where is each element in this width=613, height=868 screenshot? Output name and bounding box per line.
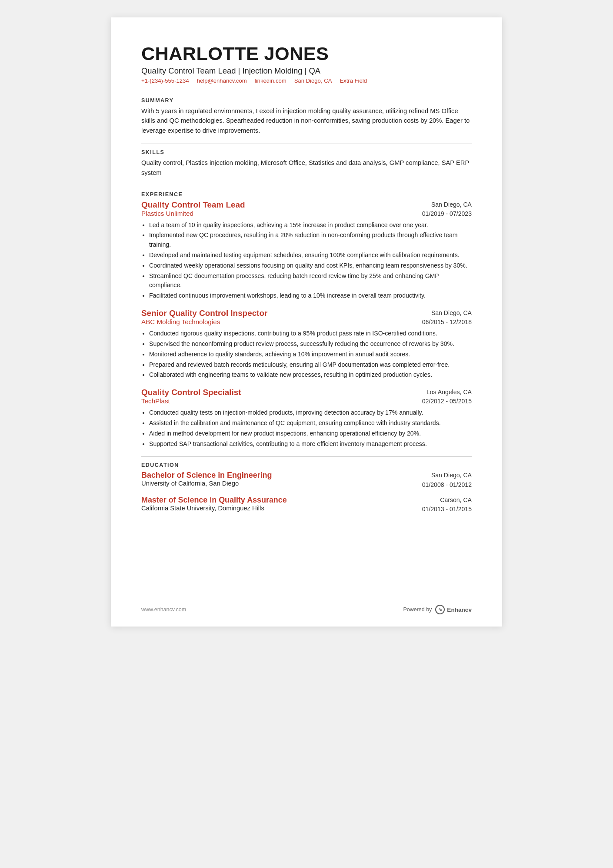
list-item: Conducted rigorous quality inspections, … [149,329,472,338]
job-1: Quality Control Team Lead Plastics Unlim… [141,200,472,301]
degree-2-title: Master of Science in Quality Assurance [141,496,287,505]
education-section: EDUCATION Bachelor of Science in Enginee… [141,462,472,513]
job-3-header: Quality Control Specialist TechPlast Los… [141,388,472,406]
summary-section: SUMMARY With 5 years in regulated enviro… [141,97,472,136]
job-3: Quality Control Specialist TechPlast Los… [141,388,472,449]
list-item: Implemented new QC procedures, resulting… [149,231,472,250]
footer-brand: Powered by Enhancv [403,605,472,614]
contact-info: +1-(234)-555-1234 help@enhancv.com linke… [141,77,472,84]
degree-2-header: Master of Science in Quality Assurance C… [141,496,472,514]
degree-1-location: San Diego, CA [422,471,472,480]
powered-by-label: Powered by [403,607,432,613]
job-2-left: Senior Quality Control Inspector ABC Mol… [141,308,267,327]
degree-2-location: Carson, CA [422,496,472,505]
summary-text: With 5 years in regulated environments, … [141,106,472,136]
header: CHARLOTTE JONES Quality Control Team Lea… [141,44,472,84]
list-item: Assisted in the calibration and maintena… [149,419,472,428]
job-3-left: Quality Control Specialist TechPlast [141,388,241,406]
degree-1-dates: 01/2008 - 01/2012 [422,480,472,489]
job-1-location: San Diego, CA [422,200,472,209]
list-item: Collaborated with engineering teams to v… [149,370,472,380]
skills-divider [141,186,472,186]
job-1-location-date: San Diego, CA 01/2019 - 07/2023 [422,200,472,218]
job-1-company: Plastics Unlimited [141,210,245,217]
contact-extra: Extra Field [340,77,367,84]
skills-section: SKILLS Quality control, Plastics injecti… [141,149,472,178]
job-2-dates: 06/2015 - 12/2018 [422,318,472,327]
job-3-location: Los Angeles, CA [422,388,472,397]
list-item: Conducted quality tests on injection-mol… [149,408,472,418]
candidate-name: CHARLOTTE JONES [141,44,472,64]
degree-1-title: Bachelor of Science in Engineering [141,471,272,480]
brand-name: Enhancv [447,607,472,613]
logo-icon [435,605,445,614]
job-3-dates: 02/2012 - 05/2015 [422,397,472,406]
job-2-location-date: San Diego, CA 06/2015 - 12/2018 [422,308,472,327]
job-2-bullets: Conducted rigorous quality inspections, … [141,329,472,380]
job-1-left: Quality Control Team Lead Plastics Unlim… [141,200,245,219]
summary-divider [141,144,472,144]
job-2-company: ABC Molding Technologies [141,318,267,325]
degree-1-left: Bachelor of Science in Engineering Unive… [141,471,272,487]
contact-phone: +1-(234)-555-1234 [141,77,189,84]
job-2-header: Senior Quality Control Inspector ABC Mol… [141,308,472,327]
list-item: Coordinated weekly operational sessions … [149,261,472,271]
header-divider [141,92,472,92]
experience-section: EXPERIENCE Quality Control Team Lead Pla… [141,191,472,449]
job-3-company: TechPlast [141,397,241,405]
degree-1-location-date: San Diego, CA 01/2008 - 01/2012 [422,471,472,489]
degree-1-school: University of California, San Diego [141,480,272,487]
job-3-title: Quality Control Specialist [141,388,241,397]
footer-website: www.enhancv.com [141,607,186,613]
contact-linkedin: linkedin.com [255,77,287,84]
education-label: EDUCATION [141,462,472,468]
list-item: Prepared and reviewed batch records meti… [149,360,472,370]
job-1-dates: 01/2019 - 07/2023 [422,209,472,218]
job-2-title: Senior Quality Control Inspector [141,308,267,318]
list-item: Streamlined QC documentation processes, … [149,271,472,291]
contact-email: help@enhancv.com [197,77,247,84]
summary-label: SUMMARY [141,97,472,104]
experience-divider [141,456,472,457]
list-item: Supervised the nonconforming product rev… [149,339,472,349]
list-item: Led a team of 10 in quality inspections,… [149,221,472,230]
degree-2-left: Master of Science in Quality Assurance C… [141,496,287,512]
degree-2-dates: 01/2013 - 01/2015 [422,505,472,514]
enhancv-logo: Enhancv [435,605,472,614]
job-2-location: San Diego, CA [422,308,472,318]
skills-label: SKILLS [141,149,472,155]
job-1-header: Quality Control Team Lead Plastics Unlim… [141,200,472,219]
list-item: Supported SAP transactional activities, … [149,439,472,449]
degree-2: Master of Science in Quality Assurance C… [141,496,472,514]
list-item: Monitored adherence to quality standards… [149,350,472,359]
candidate-title: Quality Control Team Lead | Injection Mo… [141,66,472,76]
job-1-title: Quality Control Team Lead [141,200,245,210]
page-footer: www.enhancv.com Powered by Enhancv [111,605,502,614]
degree-2-school: California State University, Dominguez H… [141,505,287,512]
degree-1-header: Bachelor of Science in Engineering Unive… [141,471,472,489]
experience-label: EXPERIENCE [141,191,472,198]
job-3-location-date: Los Angeles, CA 02/2012 - 05/2015 [422,388,472,406]
job-3-bullets: Conducted quality tests on injection-mol… [141,408,472,449]
contact-location: San Diego, CA [294,77,332,84]
list-item: Aided in method development for new prod… [149,429,472,439]
job-1-bullets: Led a team of 10 in quality inspections,… [141,221,472,301]
resume-page: CHARLOTTE JONES Quality Control Team Lea… [111,17,502,627]
skills-text: Quality control, Plastics injection mold… [141,158,472,178]
degree-1: Bachelor of Science in Engineering Unive… [141,471,472,489]
list-item: Facilitated continuous improvement works… [149,291,472,301]
degree-2-location-date: Carson, CA 01/2013 - 01/2015 [422,496,472,514]
list-item: Developed and maintained testing equipme… [149,251,472,260]
job-2: Senior Quality Control Inspector ABC Mol… [141,308,472,380]
